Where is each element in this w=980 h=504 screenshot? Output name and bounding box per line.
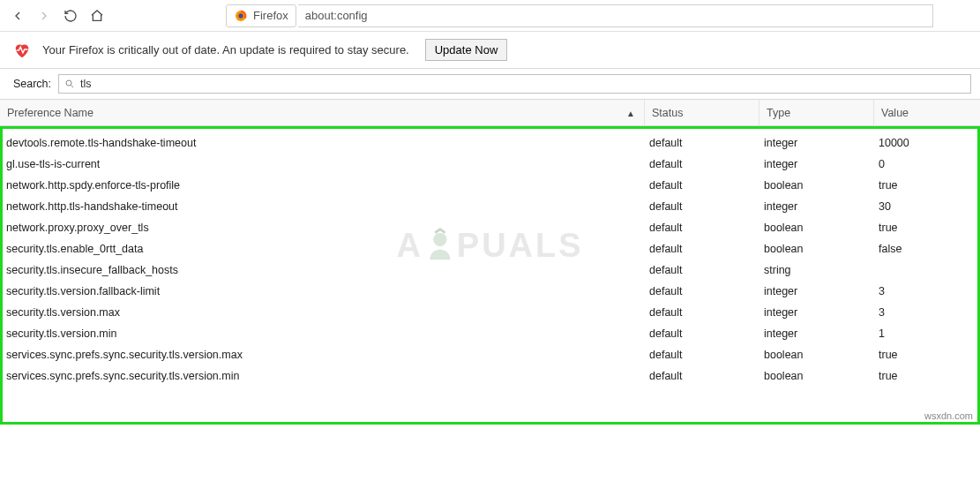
cell-type: integer bbox=[757, 158, 872, 170]
cell-value: false bbox=[872, 243, 977, 255]
cell-type: boolean bbox=[757, 349, 872, 361]
search-box[interactable] bbox=[58, 74, 971, 94]
search-input[interactable] bbox=[80, 78, 965, 90]
cell-type: string bbox=[757, 264, 872, 276]
cell-name: network.http.spdy.enforce-tls-profile bbox=[3, 179, 642, 192]
cell-status: default bbox=[642, 137, 757, 149]
cell-status: default bbox=[642, 327, 757, 340]
table-row[interactable]: security.tls.version.maxdefaultinteger3 bbox=[3, 302, 977, 323]
cell-status: default bbox=[642, 158, 757, 170]
url-text: about:config bbox=[305, 9, 368, 22]
table-row[interactable]: services.sync.prefs.sync.security.tls.ve… bbox=[3, 344, 977, 365]
cell-value: 3 bbox=[872, 285, 977, 297]
sort-ascending-icon: ▲ bbox=[626, 108, 635, 117]
cell-status: default bbox=[642, 285, 757, 297]
cell-value: 1 bbox=[872, 327, 977, 340]
cell-type: integer bbox=[757, 306, 872, 319]
table-row[interactable]: network.http.tls-handshake-timeoutdefaul… bbox=[3, 196, 977, 217]
cell-name: services.sync.prefs.sync.security.tls.ve… bbox=[3, 349, 642, 361]
table-body-highlight: A PUALS devtools.remote.tls-handshake-ti… bbox=[0, 126, 980, 425]
search-icon bbox=[64, 79, 75, 89]
cell-type: integer bbox=[757, 327, 872, 340]
cell-status: default bbox=[642, 222, 757, 234]
home-button[interactable] bbox=[85, 4, 109, 28]
cell-type: integer bbox=[757, 137, 872, 149]
cell-type: boolean bbox=[757, 179, 872, 192]
cell-status: default bbox=[642, 243, 757, 255]
identity-box[interactable]: Firefox bbox=[226, 4, 296, 27]
url-bar[interactable]: about:config bbox=[298, 4, 933, 27]
table-row[interactable]: security.tls.enable_0rtt_datadefaultbool… bbox=[3, 238, 977, 260]
column-header-type[interactable]: Type bbox=[759, 100, 874, 125]
heartbeat-icon bbox=[12, 41, 32, 60]
table-row[interactable]: gl.use-tls-is-currentdefaultinteger0 bbox=[3, 154, 977, 175]
table-row[interactable]: security.tls.version.fallback-limitdefau… bbox=[3, 281, 977, 302]
cell-status: default bbox=[642, 349, 757, 361]
warning-message: Your Firefox is critically out of date. … bbox=[42, 43, 409, 56]
cell-type: boolean bbox=[757, 243, 872, 255]
table-row[interactable]: network.proxy.proxy_over_tlsdefaultboole… bbox=[3, 217, 977, 238]
cell-type: boolean bbox=[757, 222, 872, 234]
cell-type: boolean bbox=[757, 370, 872, 382]
table-header: Preference Name ▲ Status Type Value bbox=[0, 100, 980, 126]
cell-name: security.tls.version.max bbox=[3, 306, 642, 319]
table-row[interactable]: services.sync.prefs.sync.security.tls.ve… bbox=[3, 365, 977, 387]
search-label: Search: bbox=[9, 78, 51, 90]
table-row[interactable]: security.tls.version.mindefaultinteger1 bbox=[3, 323, 977, 344]
cell-type: integer bbox=[757, 200, 872, 213]
cell-name: network.proxy.proxy_over_tls bbox=[3, 222, 642, 234]
cell-value: 0 bbox=[872, 158, 977, 170]
cell-name: security.tls.insecure_fallback_hosts bbox=[3, 264, 642, 276]
svg-point-2 bbox=[66, 80, 71, 86]
cell-name: services.sync.prefs.sync.security.tls.ve… bbox=[3, 370, 642, 382]
table-body: devtools.remote.tls-handshake-timeoutdef… bbox=[3, 132, 977, 387]
cell-name: security.tls.version.min bbox=[3, 327, 642, 340]
column-header-value[interactable]: Value bbox=[874, 100, 980, 125]
reload-button[interactable] bbox=[58, 4, 83, 28]
forward-button[interactable] bbox=[32, 4, 56, 28]
cell-value: true bbox=[872, 222, 977, 234]
cell-value: true bbox=[872, 370, 977, 382]
column-header-name[interactable]: Preference Name ▲ bbox=[0, 100, 645, 125]
cell-name: network.http.tls-handshake-timeout bbox=[3, 200, 642, 213]
cell-status: default bbox=[642, 200, 757, 213]
cell-value: true bbox=[872, 179, 977, 192]
column-header-status[interactable]: Status bbox=[645, 100, 759, 125]
back-button[interactable] bbox=[5, 4, 30, 28]
cell-status: default bbox=[642, 306, 757, 319]
tab-label: Firefox bbox=[253, 9, 288, 22]
table-row[interactable]: devtools.remote.tls-handshake-timeoutdef… bbox=[3, 132, 977, 154]
table-row[interactable]: network.http.spdy.enforce-tls-profiledef… bbox=[3, 175, 977, 196]
cell-value: 30 bbox=[872, 200, 977, 213]
cell-name: gl.use-tls-is-current bbox=[3, 158, 642, 170]
browser-toolbar: Firefox about:config bbox=[0, 0, 980, 32]
cell-status: default bbox=[642, 179, 757, 192]
cell-value: 10000 bbox=[872, 137, 977, 149]
credit-text: wsxdn.com bbox=[924, 410, 973, 421]
cell-name: security.tls.enable_0rtt_data bbox=[3, 243, 642, 255]
update-warning-bar: Your Firefox is critically out of date. … bbox=[0, 32, 980, 69]
update-now-button[interactable]: Update Now bbox=[425, 39, 508, 61]
cell-value: true bbox=[872, 349, 977, 361]
cell-value: 3 bbox=[872, 306, 977, 319]
firefox-icon bbox=[234, 9, 248, 23]
search-row: Search: bbox=[0, 69, 980, 99]
table-row[interactable]: security.tls.insecure_fallback_hostsdefa… bbox=[3, 260, 977, 281]
cell-status: default bbox=[642, 370, 757, 382]
svg-point-1 bbox=[238, 13, 243, 18]
cell-name: security.tls.version.fallback-limit bbox=[3, 285, 642, 297]
cell-status: default bbox=[642, 264, 757, 276]
cell-type: integer bbox=[757, 285, 872, 297]
preferences-table: Preference Name ▲ Status Type Value A PU… bbox=[0, 99, 980, 425]
cell-name: devtools.remote.tls-handshake-timeout bbox=[3, 137, 642, 149]
